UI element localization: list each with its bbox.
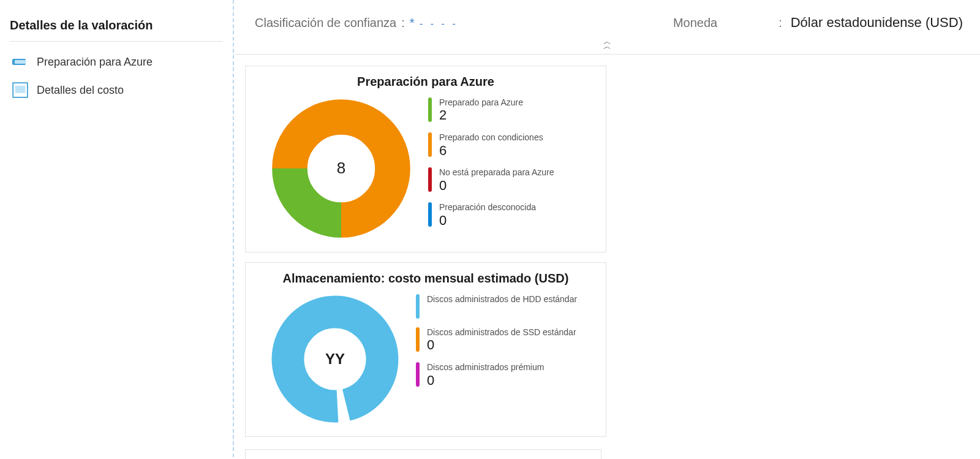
- currency-label: Moneda: [673, 16, 717, 30]
- legend-value: 2: [439, 107, 523, 123]
- confidence-rating: Clasificación de confianza : * - - - -: [255, 16, 458, 30]
- confidence-stars-icon: * - - - -: [410, 16, 458, 30]
- legend-label: Discos administrados de HDD estándar: [427, 294, 577, 305]
- legend-label: Preparado con condiciones: [439, 132, 543, 143]
- sidebar-heading: Detalles de la valoración: [10, 18, 223, 32]
- storage-center-value: YY: [268, 292, 402, 427]
- sidebar: Detalles de la valoración Preparación pa…: [0, 0, 233, 459]
- main-panel: Clasificación de confianza : * - - - - M…: [234, 0, 980, 459]
- sidebar-item-label: Preparación para Azure: [37, 56, 153, 69]
- legend-swatch: [416, 327, 420, 352]
- readiness-center-value: 8: [268, 95, 415, 242]
- svg-rect-3: [15, 86, 26, 93]
- legend-value: 0: [439, 178, 554, 194]
- legend-value: 0: [427, 373, 544, 389]
- storage-donut: YY: [268, 292, 402, 427]
- card-title: Preparación para Azure: [255, 75, 596, 89]
- collapse-up-icon[interactable]: ︿︿: [603, 39, 611, 49]
- card-storage: Almacenamiento: costo mensual estimado (…: [245, 262, 606, 437]
- legend-item[interactable]: Discos administrados de HDD estándar: [416, 294, 577, 319]
- sidebar-rule: [10, 41, 223, 42]
- readiness-icon: [12, 55, 28, 69]
- svg-rect-1: [15, 60, 26, 64]
- legend-swatch: [428, 97, 432, 122]
- legend-value: 0: [439, 213, 536, 229]
- legend-item[interactable]: Preparado para Azure 2: [428, 97, 554, 124]
- legend-label: Discos administrados de SSD estándar: [427, 327, 576, 338]
- readiness-donut: 8: [268, 95, 415, 242]
- legend-item[interactable]: Discos administrados de SSD estándar 0: [416, 327, 577, 354]
- readiness-legend: Preparado para Azure 2 Preparado con con…: [428, 97, 554, 229]
- legend-item[interactable]: Discos administrados prémium 0: [416, 362, 577, 389]
- top-rule: [234, 54, 980, 55]
- legend-label: Discos administrados prémium: [427, 362, 544, 373]
- legend-label: Preparación desconocida: [439, 202, 536, 213]
- cost-icon: [12, 83, 28, 97]
- legend-swatch: [416, 362, 420, 387]
- colon: :: [778, 16, 782, 30]
- app-root: Detalles de la valoración Preparación pa…: [0, 0, 980, 459]
- sidebar-item-label: Detalles del costo: [37, 84, 124, 97]
- legend-swatch: [428, 202, 432, 227]
- legend-label: Preparado para Azure: [439, 97, 523, 108]
- legend-value: 6: [439, 143, 543, 159]
- card-title: Almacenamiento: costo mensual estimado (…: [255, 271, 596, 286]
- sidebar-item-readiness[interactable]: Preparación para Azure: [10, 48, 223, 76]
- currency-value: Dólar estadounidense (USD): [791, 15, 963, 31]
- currency-kv: Moneda: [673, 16, 717, 30]
- legend-value: 0: [427, 337, 576, 353]
- cards-area: Preparación para Azure 8: [234, 66, 980, 459]
- confidence-label: Clasificación de confianza: [255, 16, 396, 30]
- legend-swatch: [428, 167, 432, 192]
- legend-swatch: [428, 132, 432, 157]
- card-readiness: Preparación para Azure 8: [245, 66, 606, 252]
- legend-item[interactable]: Preparado con condiciones 6: [428, 132, 554, 159]
- legend-item[interactable]: Preparación desconocida 0: [428, 202, 554, 229]
- topbar: Clasificación de confianza : * - - - - M…: [234, 0, 980, 38]
- legend-swatch: [416, 294, 420, 319]
- storage-legend: Discos administrados de HDD estándar Dis…: [416, 294, 577, 389]
- colon: :: [401, 16, 405, 30]
- legend-item[interactable]: No está preparada para Azure 0: [428, 167, 554, 194]
- sidebar-item-cost[interactable]: Detalles del costo: [10, 76, 223, 104]
- collapse-row: ︿︿: [234, 38, 980, 54]
- legend-label: No está preparada para Azure: [439, 167, 554, 178]
- card-cost: Costo mensual estimado (USD) ZZ: [245, 449, 601, 459]
